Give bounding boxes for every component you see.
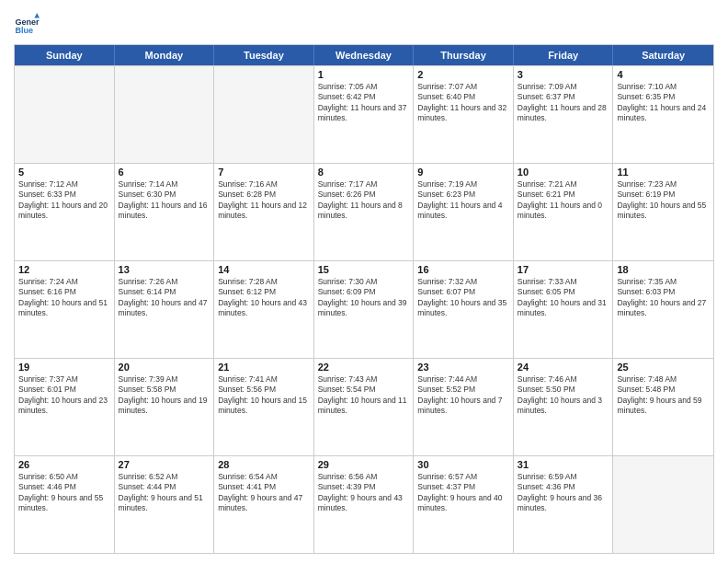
cell-info: Sunrise: 6:59 AMSunset: 4:36 PMDaylight:… (518, 472, 609, 514)
day-cell-21: 21Sunrise: 7:41 AMSunset: 5:56 PMDayligh… (214, 359, 314, 455)
cell-info: Sunrise: 7:05 AMSunset: 6:42 PMDaylight:… (318, 82, 410, 124)
cell-date: 9 (417, 167, 509, 178)
cell-date: 11 (617, 167, 710, 178)
cell-info: Sunrise: 7:26 AMSunset: 6:14 PMDaylight:… (119, 277, 210, 319)
cell-date: 6 (119, 167, 210, 178)
day-cell-25: 25Sunrise: 7:48 AMSunset: 5:48 PMDayligh… (613, 359, 713, 455)
cell-info: Sunrise: 6:57 AMSunset: 4:37 PMDaylight:… (417, 472, 509, 514)
cell-info: Sunrise: 7:07 AMSunset: 6:40 PMDaylight:… (417, 82, 509, 124)
cell-info: Sunrise: 6:56 AMSunset: 4:39 PMDaylight:… (318, 472, 410, 514)
day-cell-14: 14Sunrise: 7:28 AMSunset: 6:12 PMDayligh… (214, 261, 314, 358)
cell-info: Sunrise: 6:50 AMSunset: 4:46 PMDaylight:… (18, 472, 110, 514)
cell-info: Sunrise: 7:39 AMSunset: 5:58 PMDaylight:… (119, 374, 210, 417)
cell-info: Sunrise: 7:37 AMSunset: 6:01 PMDaylight:… (18, 374, 110, 417)
cell-date: 21 (218, 362, 310, 373)
cell-date: 22 (318, 362, 410, 373)
cell-info: Sunrise: 7:17 AMSunset: 6:26 PMDaylight:… (318, 179, 410, 222)
week-row-0: 1Sunrise: 7:05 AMSunset: 6:42 PMDaylight… (15, 65, 713, 163)
cell-info: Sunrise: 7:23 AMSunset: 6:19 PMDaylight:… (617, 179, 710, 222)
week-row-1: 5Sunrise: 7:12 AMSunset: 6:33 PMDaylight… (15, 163, 713, 260)
day-cell-12: 12Sunrise: 7:24 AMSunset: 6:16 PMDayligh… (15, 261, 115, 358)
cell-info: Sunrise: 7:32 AMSunset: 6:07 PMDaylight:… (417, 277, 509, 319)
day-cell-20: 20Sunrise: 7:39 AMSunset: 5:58 PMDayligh… (115, 359, 215, 455)
cell-date: 5 (18, 167, 110, 178)
cell-date: 23 (417, 362, 509, 373)
cell-date: 20 (119, 362, 210, 373)
cell-info: Sunrise: 7:33 AMSunset: 6:05 PMDaylight:… (518, 277, 609, 319)
cell-info: Sunrise: 7:44 AMSunset: 5:52 PMDaylight:… (417, 374, 509, 417)
cell-date: 28 (218, 459, 310, 470)
cell-date: 17 (518, 264, 609, 275)
cell-date: 24 (518, 362, 609, 373)
cell-info: Sunrise: 7:09 AMSunset: 6:37 PMDaylight:… (518, 82, 609, 124)
cell-date: 10 (518, 167, 609, 178)
cell-date: 31 (518, 459, 609, 470)
empty-cell (115, 66, 215, 163)
cell-info: Sunrise: 7:12 AMSunset: 6:33 PMDaylight:… (18, 179, 110, 222)
cell-info: Sunrise: 7:30 AMSunset: 6:09 PMDaylight:… (318, 277, 410, 319)
week-row-4: 26Sunrise: 6:50 AMSunset: 4:46 PMDayligh… (15, 455, 713, 553)
cell-date: 19 (18, 362, 110, 373)
empty-cell (15, 66, 115, 163)
day-cell-22: 22Sunrise: 7:43 AMSunset: 5:54 PMDayligh… (314, 359, 415, 455)
cell-info: Sunrise: 7:35 AMSunset: 6:03 PMDaylight:… (617, 277, 710, 319)
cell-date: 13 (119, 264, 210, 275)
cell-date: 25 (617, 362, 710, 373)
day-cell-2: 2Sunrise: 7:07 AMSunset: 6:40 PMDaylight… (414, 66, 514, 163)
page-header: General Blue (14, 9, 714, 39)
cell-date: 2 (417, 69, 509, 80)
day-cell-6: 6Sunrise: 7:14 AMSunset: 6:30 PMDaylight… (115, 164, 215, 260)
cell-date: 4 (617, 69, 710, 80)
svg-marker-2 (34, 13, 40, 18)
logo: General Blue (14, 13, 43, 39)
day-cell-23: 23Sunrise: 7:44 AMSunset: 5:52 PMDayligh… (414, 359, 514, 455)
day-cell-13: 13Sunrise: 7:26 AMSunset: 6:14 PMDayligh… (115, 261, 215, 358)
cell-info: Sunrise: 7:24 AMSunset: 6:16 PMDaylight:… (18, 277, 110, 319)
day-cell-16: 16Sunrise: 7:32 AMSunset: 6:07 PMDayligh… (414, 261, 514, 358)
cell-info: Sunrise: 7:48 AMSunset: 5:48 PMDaylight:… (617, 374, 710, 417)
cell-info: Sunrise: 7:46 AMSunset: 5:50 PMDaylight:… (518, 374, 609, 417)
cell-date: 15 (318, 264, 410, 275)
cell-info: Sunrise: 7:10 AMSunset: 6:35 PMDaylight:… (617, 82, 710, 124)
cell-date: 26 (18, 459, 110, 470)
day-cell-1: 1Sunrise: 7:05 AMSunset: 6:42 PMDaylight… (314, 66, 415, 163)
cell-date: 12 (18, 264, 110, 275)
day-cell-31: 31Sunrise: 6:59 AMSunset: 4:36 PMDayligh… (514, 456, 614, 553)
week-row-2: 12Sunrise: 7:24 AMSunset: 6:16 PMDayligh… (15, 260, 713, 358)
day-cell-5: 5Sunrise: 7:12 AMSunset: 6:33 PMDaylight… (15, 164, 115, 260)
weeks-container: 1Sunrise: 7:05 AMSunset: 6:42 PMDaylight… (15, 65, 713, 553)
day-cell-18: 18Sunrise: 7:35 AMSunset: 6:03 PMDayligh… (613, 261, 713, 358)
cell-date: 3 (518, 69, 609, 80)
day-cell-24: 24Sunrise: 7:46 AMSunset: 5:50 PMDayligh… (514, 359, 614, 455)
day-cell-15: 15Sunrise: 7:30 AMSunset: 6:09 PMDayligh… (314, 261, 415, 358)
day-cell-8: 8Sunrise: 7:17 AMSunset: 6:26 PMDaylight… (314, 164, 415, 260)
day-header-sunday: Sunday (15, 45, 115, 65)
cell-date: 1 (318, 69, 410, 80)
cell-date: 14 (218, 264, 310, 275)
day-cell-29: 29Sunrise: 6:56 AMSunset: 4:39 PMDayligh… (314, 456, 415, 553)
day-header-monday: Monday (115, 45, 215, 65)
cell-info: Sunrise: 7:19 AMSunset: 6:23 PMDaylight:… (417, 179, 509, 222)
day-cell-19: 19Sunrise: 7:37 AMSunset: 6:01 PMDayligh… (15, 359, 115, 455)
day-cell-3: 3Sunrise: 7:09 AMSunset: 6:37 PMDaylight… (514, 66, 614, 163)
cell-date: 7 (218, 167, 310, 178)
logo-icon: General Blue (14, 13, 40, 39)
cell-date: 8 (318, 167, 410, 178)
day-headers-row: SundayMondayTuesdayWednesdayThursdayFrid… (15, 45, 713, 65)
cell-date: 29 (318, 459, 410, 470)
cell-info: Sunrise: 7:28 AMSunset: 6:12 PMDaylight:… (218, 277, 310, 319)
cell-info: Sunrise: 7:43 AMSunset: 5:54 PMDaylight:… (318, 374, 410, 417)
cell-date: 30 (417, 459, 509, 470)
day-cell-4: 4Sunrise: 7:10 AMSunset: 6:35 PMDaylight… (613, 66, 713, 163)
day-cell-26: 26Sunrise: 6:50 AMSunset: 4:46 PMDayligh… (15, 456, 115, 553)
empty-cell (613, 456, 713, 553)
day-cell-28: 28Sunrise: 6:54 AMSunset: 4:41 PMDayligh… (214, 456, 314, 553)
cell-info: Sunrise: 6:52 AMSunset: 4:44 PMDaylight:… (119, 472, 210, 514)
cell-info: Sunrise: 7:21 AMSunset: 6:21 PMDaylight:… (518, 179, 609, 222)
day-cell-17: 17Sunrise: 7:33 AMSunset: 6:05 PMDayligh… (514, 261, 614, 358)
day-cell-27: 27Sunrise: 6:52 AMSunset: 4:44 PMDayligh… (115, 456, 215, 553)
cell-date: 27 (119, 459, 210, 470)
cell-date: 16 (417, 264, 509, 275)
day-cell-11: 11Sunrise: 7:23 AMSunset: 6:19 PMDayligh… (613, 164, 713, 260)
calendar: SundayMondayTuesdayWednesdayThursdayFrid… (14, 44, 714, 554)
